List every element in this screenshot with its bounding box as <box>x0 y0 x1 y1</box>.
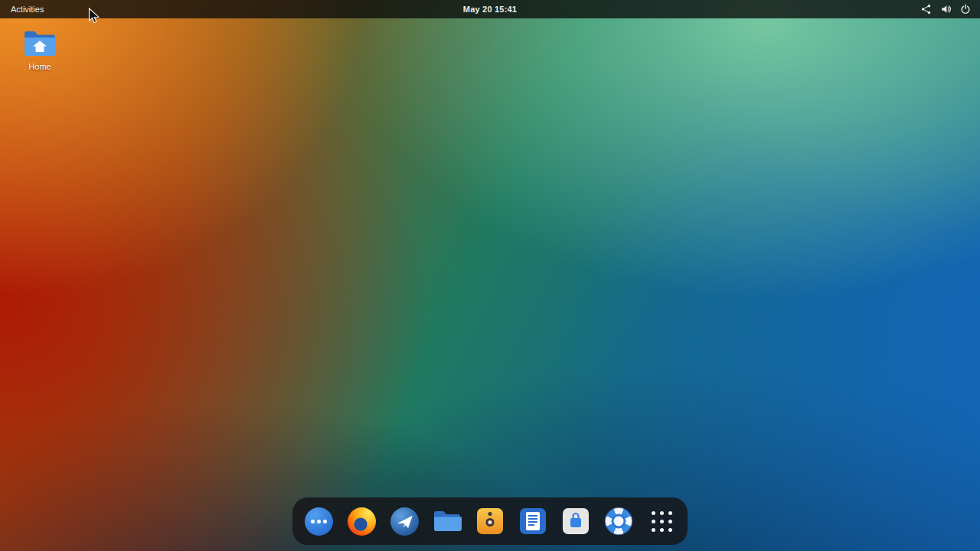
dock-item-show-applications[interactable] <box>645 504 678 538</box>
desktop-wallpaper[interactable]: Activities May 20 15:41 <box>0 0 980 551</box>
dock <box>292 497 688 545</box>
document-icon <box>520 508 546 534</box>
app-grid-icon <box>652 511 672 532</box>
network-icon[interactable] <box>921 4 932 15</box>
blue-circle-three-dots-icon <box>305 507 333 536</box>
blue-folder-icon <box>433 510 462 533</box>
dock-item-chat[interactable] <box>302 504 335 538</box>
desktop-icon-label: Home <box>28 62 51 71</box>
shopping-bag-icon <box>563 508 589 534</box>
dock-item-writer[interactable] <box>516 504 550 538</box>
dock-item-files[interactable] <box>430 504 464 538</box>
activities-button[interactable]: Activities <box>0 0 54 18</box>
dock-item-music[interactable] <box>473 504 507 538</box>
dock-item-email[interactable] <box>387 504 421 538</box>
firefox-icon <box>348 507 376 536</box>
desktop-icon-home[interactable]: Home <box>12 26 67 74</box>
volume-icon[interactable] <box>940 4 952 15</box>
speaker-box-icon <box>477 508 503 534</box>
system-tray[interactable] <box>912 0 980 18</box>
power-icon[interactable] <box>960 4 971 15</box>
thunderbird-icon <box>390 507 419 536</box>
dock-item-help[interactable] <box>602 504 635 538</box>
dock-item-firefox[interactable] <box>345 504 378 538</box>
dock-item-software[interactable] <box>559 504 593 538</box>
lifebuoy-icon <box>605 507 632 535</box>
top-bar: Activities May 20 15:41 <box>0 0 980 18</box>
blue-folder-house-icon <box>22 29 57 58</box>
clock-calendar-button[interactable]: May 20 15:41 <box>456 0 524 18</box>
